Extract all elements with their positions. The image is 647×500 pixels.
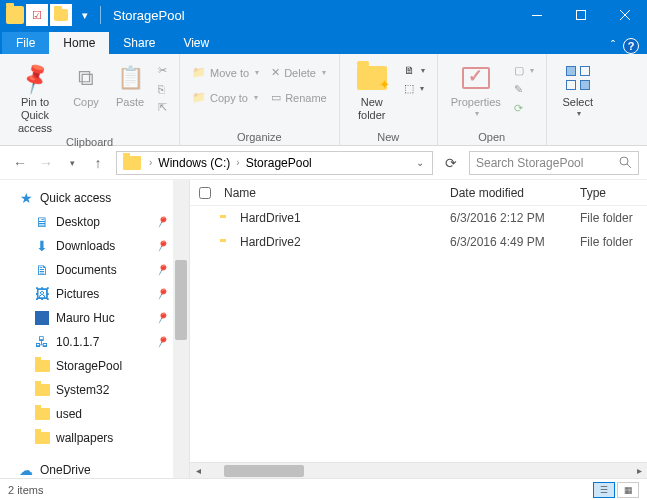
tree-item-label: 10.1.1.7 xyxy=(56,335,99,349)
status-bar: 2 items ☰ ▦ xyxy=(0,478,647,500)
close-button[interactable] xyxy=(603,0,647,30)
moveto-icon: 📁 xyxy=(192,66,206,79)
rename-button[interactable]: ▭Rename xyxy=(267,89,331,106)
h-scrollbar[interactable]: ◂▸ xyxy=(190,462,647,478)
chevron-right-icon[interactable]: › xyxy=(232,157,243,168)
tree-quickaccess[interactable]: ★ Quick access xyxy=(0,186,189,210)
cut-icon: ✂ xyxy=(158,64,167,77)
copyto-button[interactable]: 📁Copy to▾ xyxy=(188,89,263,106)
shortcut-icon: ⇱ xyxy=(158,101,167,114)
breadcrumb-folder[interactable]: StoragePool xyxy=(244,156,314,170)
tree-item-label: Desktop xyxy=(56,215,100,229)
open-button[interactable]: ▢▾ xyxy=(510,62,538,79)
onedrive-icon: ☁ xyxy=(18,462,34,478)
address-dropdown[interactable]: ⌄ xyxy=(416,157,430,168)
tree-item-label: wallpapers xyxy=(56,431,113,445)
col-name[interactable]: Name xyxy=(220,186,450,200)
refresh-button[interactable]: ⟳ xyxy=(439,155,463,171)
group-label-new: New xyxy=(348,131,429,145)
select-all-checkbox[interactable] xyxy=(199,187,211,199)
svg-rect-0 xyxy=(532,15,542,16)
copy-path-button[interactable]: ⎘ xyxy=(154,81,171,97)
tree-item[interactable]: StoragePool xyxy=(0,354,189,378)
copy-path-icon: ⎘ xyxy=(158,83,165,95)
pin-quickaccess-button[interactable]: 📌 Pin to Quick access xyxy=(8,58,62,136)
file-row[interactable]: HardDrive16/3/2016 2:12 PMFile folder xyxy=(190,206,647,230)
pin-icon: 📍 xyxy=(153,333,172,351)
pin-icon: 📌 xyxy=(13,56,57,100)
col-date[interactable]: Date modified xyxy=(450,186,580,200)
easyaccess-icon: ⬚ xyxy=(404,82,414,95)
pin-icon: 📍 xyxy=(153,309,172,327)
qat-newfolder-icon[interactable] xyxy=(50,4,72,26)
forward-button[interactable]: → xyxy=(34,151,58,175)
copy-button[interactable]: ⧉ Copy xyxy=(66,58,106,109)
folder-icon xyxy=(34,382,50,398)
cut-button[interactable]: ✂ xyxy=(154,62,171,79)
tab-view[interactable]: View xyxy=(169,32,223,54)
up-button[interactable]: ↑ xyxy=(86,151,110,175)
qat-properties-icon[interactable]: ☑ xyxy=(26,4,48,26)
tab-share[interactable]: Share xyxy=(109,32,169,54)
details-view-button[interactable]: ☰ xyxy=(593,482,615,498)
network-icon: 🖧 xyxy=(34,334,50,350)
drive-icon xyxy=(123,156,141,170)
help-icon[interactable]: ? xyxy=(623,38,639,54)
col-type[interactable]: Type xyxy=(580,186,647,200)
svg-rect-1 xyxy=(577,11,586,20)
nav-tree[interactable]: ★ Quick access 🖥Desktop📍⬇Downloads📍🗎Docu… xyxy=(0,180,190,478)
tree-item[interactable]: 🖥Desktop📍 xyxy=(0,210,189,234)
tab-file[interactable]: File xyxy=(2,32,49,54)
documents-icon: 🗎 xyxy=(34,262,50,278)
svg-point-4 xyxy=(620,157,628,165)
file-type: File folder xyxy=(580,235,647,249)
tree-item[interactable]: ⬇Downloads📍 xyxy=(0,234,189,258)
window-title: StoragePool xyxy=(113,8,185,23)
recent-dropdown[interactable]: ▾ xyxy=(60,151,84,175)
search-box[interactable]: Search StoragePool xyxy=(469,151,639,175)
app-icon[interactable] xyxy=(6,6,24,24)
address-bar[interactable]: › Windows (C:) › StoragePool ⌄ xyxy=(116,151,433,175)
nav-bar: ← → ▾ ↑ › Windows (C:) › StoragePool ⌄ ⟳… xyxy=(0,146,647,180)
tree-item[interactable]: used xyxy=(0,402,189,426)
minimize-button[interactable] xyxy=(515,0,559,30)
file-row[interactable]: HardDrive26/3/2016 4:49 PMFile folder xyxy=(190,230,647,254)
history-icon: ⟳ xyxy=(514,102,523,115)
tree-item[interactable]: wallpapers xyxy=(0,426,189,450)
moveto-button[interactable]: 📁Move to▾ xyxy=(188,64,263,81)
folder-icon xyxy=(34,430,50,446)
title-bar: ☑ ▾ StoragePool xyxy=(0,0,647,30)
tree-item[interactable]: 🗎Documents📍 xyxy=(0,258,189,282)
breadcrumb-drive[interactable]: Windows (C:) xyxy=(156,156,232,170)
rename-icon: ▭ xyxy=(271,91,281,104)
tree-scrollbar[interactable] xyxy=(173,180,189,478)
newfolder-button[interactable]: New folder xyxy=(348,58,396,122)
folder-icon xyxy=(34,406,50,422)
icons-view-button[interactable]: ▦ xyxy=(617,482,639,498)
tree-onedrive[interactable]: ☁ OneDrive xyxy=(0,458,189,478)
properties-button[interactable]: Properties▾ xyxy=(446,58,506,119)
tree-item-label: Mauro Huc xyxy=(56,311,115,325)
tree-item[interactable]: 🖧10.1.1.7📍 xyxy=(0,330,189,354)
edit-button[interactable]: ✎ xyxy=(510,81,538,98)
quick-access-toolbar: ☑ ▾ xyxy=(0,4,103,26)
paste-icon: 📋 xyxy=(114,62,146,94)
tree-item[interactable]: 🖼Pictures📍 xyxy=(0,282,189,306)
user-icon xyxy=(34,310,50,326)
paste-button[interactable]: 📋 Paste xyxy=(110,58,150,109)
maximize-button[interactable] xyxy=(559,0,603,30)
newitem-button[interactable]: 🗎▾ xyxy=(400,62,429,78)
select-button[interactable]: Select▾ xyxy=(555,58,601,119)
tab-home[interactable]: Home xyxy=(49,32,109,54)
paste-shortcut-button[interactable]: ⇱ xyxy=(154,99,171,116)
pictures-icon: 🖼 xyxy=(34,286,50,302)
tree-item[interactable]: Mauro Huc📍 xyxy=(0,306,189,330)
delete-button[interactable]: ✕Delete▾ xyxy=(267,64,331,81)
back-button[interactable]: ← xyxy=(8,151,32,175)
chevron-right-icon[interactable]: › xyxy=(145,157,156,168)
history-button[interactable]: ⟳ xyxy=(510,100,538,117)
tree-item[interactable]: System32 xyxy=(0,378,189,402)
qat-customize-dropdown[interactable]: ▾ xyxy=(74,4,96,26)
easyaccess-button[interactable]: ⬚▾ xyxy=(400,80,429,97)
collapse-ribbon-icon[interactable]: ˆ xyxy=(611,39,615,53)
